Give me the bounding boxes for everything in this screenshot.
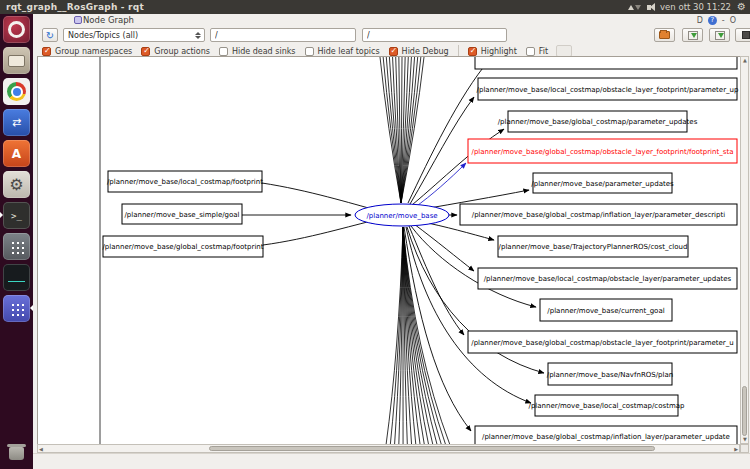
terminal-icon: >_ <box>3 202 30 229</box>
checkbox-icon <box>141 47 150 56</box>
launcher-item-file-manager[interactable] <box>0 45 33 76</box>
launcher-item-teamviewer[interactable]: ⇄ <box>0 107 33 138</box>
svg-text:/planner/move_base/local_costm: /planner/move_base/local_costmap/costmap <box>529 402 685 410</box>
edge-bundle-bottom <box>399 227 403 444</box>
graph-edge <box>414 224 474 271</box>
vertical-scrollbar-thumb[interactable] <box>742 386 747 436</box>
graph-node-top-partial <box>475 57 737 69</box>
checkbox-group-actions[interactable]: Group actions <box>141 47 210 56</box>
window-title: rqt_graph__RosGraph - rqt <box>6 2 144 12</box>
graph-node-inflation-param-desc: /planner/move_base/global_costmap/inflat… <box>460 204 737 225</box>
chrome-icon <box>3 78 30 105</box>
graph-node-global-footprint: /planner/move_base/global_costmap/footpr… <box>102 236 263 257</box>
graph-node-local-costmap: /planner/move_base/local_costmap/costmap <box>529 395 685 416</box>
checkbox-icon <box>42 47 51 56</box>
trash-icon <box>3 440 30 467</box>
topic-filter-input[interactable] <box>362 28 507 42</box>
save-dot-button[interactable] <box>682 28 703 42</box>
checkbox-icon <box>468 47 477 56</box>
launcher-item-ubuntu-dash[interactable] <box>0 14 33 45</box>
checkbox-highlight[interactable]: Highlight <box>468 47 517 56</box>
system-tray: ven ott 30 11:22 ⚙ <box>628 1 746 13</box>
svg-text:/planner/move_base/global_cost: /planner/move_base/global_costmap/obstac… <box>472 148 734 156</box>
horizontal-scrollbar-thumb[interactable] <box>209 446 655 451</box>
status-bar <box>33 453 750 469</box>
combo-spinner-icon[interactable] <box>195 32 201 39</box>
svg-text:/planner/move_base_simple/goal: /planner/move_base_simple/goal <box>124 211 239 219</box>
calculator-icon <box>3 233 30 260</box>
system-monitor-icon <box>3 264 30 291</box>
checkbox-group-namespaces[interactable]: Group namespaces <box>42 47 132 56</box>
graph-node-move-base-simple-goal: /planner/move_base_simple/goal <box>122 204 242 224</box>
clock[interactable]: ven ott 30 11:22 <box>660 2 731 12</box>
launcher-item-trash[interactable] <box>0 440 33 469</box>
graph-node-current-goal: /planner/move_base/current_goal <box>540 299 672 321</box>
vertical-scrollbar[interactable]: ▲ ▼ <box>740 56 749 444</box>
svg-text:/planner/move_base: /planner/move_base <box>366 212 437 220</box>
session-menu-icon[interactable]: ⚙ <box>737 2 746 12</box>
svg-text:/planner/move_base/local_costm: /planner/move_base/local_costmap/footpri… <box>107 178 263 186</box>
graph-edge <box>262 183 376 210</box>
checkbox-label: Group actions <box>154 47 210 56</box>
checkbox-label: Hide Debug <box>402 47 449 56</box>
checkbox-hide-dead-sinks[interactable]: Hide dead sinks <box>219 47 296 56</box>
svg-text:/planner/move_base/global_cost: /planner/move_base/global_costmap/footpr… <box>102 243 263 251</box>
launcher-item-software-center[interactable]: A <box>0 138 33 169</box>
namespace-filter-input[interactable] <box>210 28 356 42</box>
file-manager-icon <box>3 47 30 74</box>
launcher-item-calculator[interactable] <box>0 231 33 262</box>
app-grid-icon <box>3 295 30 322</box>
svg-text:/planner/move_base/TrajectoryP: /planner/move_base/TrajectoryPlannerROS/… <box>499 243 688 251</box>
refresh-button[interactable]: ↻ <box>42 28 58 42</box>
dock-button[interactable]: D <box>697 16 703 25</box>
graph-toolbar: ↻ Nodes/Topics (all) <box>33 26 750 44</box>
launcher-item-terminal[interactable]: >_ <box>0 200 33 231</box>
graph-node-navfn-plan: /planner/move_base/NavfnROS/plan <box>547 363 673 385</box>
launcher-item-chrome[interactable] <box>0 76 33 107</box>
checkbox-hide-debug[interactable]: Hide Debug <box>389 47 449 56</box>
svg-text:/planner/move_base/global_cost: /planner/move_base/global_costmap/inflat… <box>472 211 725 219</box>
graph-node-local-obstacle-param-updates: /planner/move_base/local_costmap/obstacl… <box>478 268 737 289</box>
graph-node-global-obstacle-param-u: /planner/move_base/global_costmap/obstac… <box>468 331 737 353</box>
graph-node-inflation-param-update: /planner/move_base/global_costmap/inflat… <box>475 426 737 444</box>
scrollbar-corner <box>740 444 749 453</box>
network-icon[interactable] <box>628 1 641 13</box>
checkbox-icon <box>526 47 535 56</box>
checkbox-hide-leaf-topics[interactable]: Hide leaf topics <box>305 47 380 56</box>
svg-text:/planner/move_base/global_cost: /planner/move_base/global_costmap/inflat… <box>482 433 730 441</box>
minimize-icon[interactable]: - <box>722 16 725 25</box>
help-icon[interactable]: ? <box>708 16 717 25</box>
svg-text:/planner/move_base/current_goa: /planner/move_base/current_goal <box>547 307 664 315</box>
launcher-item-system-monitor[interactable] <box>0 262 33 293</box>
checkbox-fit[interactable]: Fit <box>526 47 548 56</box>
graph-edge <box>263 220 376 245</box>
svg-text:/planner/move_base/NavfnROS/pl: /planner/move_base/NavfnROS/plan <box>547 371 673 379</box>
graph-node-param-updates: /planner/move_base/parameter_updates <box>531 173 674 193</box>
checkbox-label: Fit <box>539 47 548 56</box>
horizontal-scrollbar[interactable]: ◀ ▶ <box>37 444 740 453</box>
checkbox-label: Hide leaf topics <box>318 47 380 56</box>
dock-title: Node Graph <box>83 15 134 25</box>
ubuntu-dash-icon <box>3 16 30 43</box>
save-icon <box>715 31 725 40</box>
launcher-item-app-grid[interactable] <box>0 293 33 324</box>
close-icon[interactable]: O <box>730 16 736 25</box>
graph-edge <box>409 226 464 335</box>
checkbox-icon <box>219 47 228 56</box>
checkbox-label: Highlight <box>481 47 517 56</box>
graph-type-value: Nodes/Topics (all) <box>68 31 138 40</box>
system-panel: rqt_graph__RosGraph - rqt ven ott 30 11:… <box>0 0 750 14</box>
svg-text:/planner/move_base/global_cost: /planner/move_base/global_costmap/parame… <box>498 118 698 126</box>
graph-type-combo[interactable]: Nodes/Topics (all) <box>63 28 205 42</box>
open-dot-button[interactable] <box>654 28 675 42</box>
desktop: rqt_graph__RosGraph - rqt ven ott 30 11:… <box>0 0 750 469</box>
volume-icon[interactable] <box>647 1 654 13</box>
launcher-item-system-settings[interactable]: ⚙ <box>0 169 33 200</box>
svg-text:/planner/move_base/global_cost: /planner/move_base/global_costmap/obstac… <box>471 339 733 347</box>
save-image-button[interactable] <box>709 28 730 42</box>
snapshot-button[interactable] <box>735 28 750 42</box>
graph-edge <box>414 163 466 208</box>
folder-icon <box>659 31 670 39</box>
graph-canvas[interactable]: /planner/move_base/local_costmap/obstacl… <box>37 56 740 444</box>
graph-node-global-obstacle-footprint-stamped: /planner/move_base/global_costmap/obstac… <box>468 139 737 163</box>
